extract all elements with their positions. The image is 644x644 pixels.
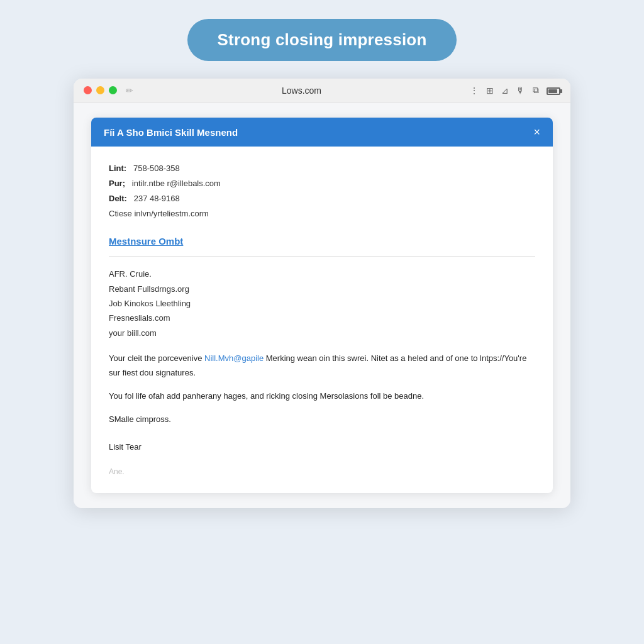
meta-delt-value: 237 48-9168 (134, 194, 180, 203)
meta-pur-label: Pur; (109, 179, 125, 188)
tab-icon[interactable]: ⧉ (533, 85, 539, 96)
email-from-section: Mestnsure Ombt (109, 233, 535, 250)
more-options-icon[interactable]: ⋮ (470, 86, 479, 96)
address-bar[interactable]: Lows.com (140, 86, 464, 96)
sender-line-4: Fresneslials.com (109, 311, 535, 325)
sender-line-1: AFR. Cruie. (109, 267, 535, 281)
sender-line-3: Job Kinokos Lleethling (109, 296, 535, 311)
email-signature: SMalle cimpross. Lisit Tear (109, 413, 535, 454)
email-body-paragraph-1: Your cleit the porcevenive Nill.Mvh@gapi… (109, 352, 535, 380)
meta-delt: Delt: 237 48-9168 (109, 192, 535, 206)
email-header-title: Fíi A Sho Bmici Skill Mesnend (104, 127, 238, 138)
email-content: Lint: 758-508-358 Pur; intilr.ntbe r@ill… (91, 147, 553, 493)
email-modal: Fíi A Sho Bmici Skill Mesnend × Lint: 75… (91, 118, 553, 493)
meta-delt-label: Delt: (109, 194, 127, 203)
browser-chrome: ✏ Lows.com ⋮ ⊞ ⊿ 🎙 ⧉ (74, 79, 570, 103)
email-sender-details: AFR. Cruie. Rebant Fullsdrngs.org Job Ki… (109, 267, 535, 340)
body-para1-before-link: Your cleit the porcevenive (109, 353, 204, 363)
browser-body: Fíi A Sho Bmici Skill Mesnend × Lint: 75… (74, 103, 570, 508)
meta-pur-value: intilr.ntbe r@illebals.com (132, 179, 221, 188)
signature-line-3: Lisit Tear (109, 440, 535, 454)
meta-lint-value: 758-508-358 (133, 164, 180, 173)
email-from-name-link[interactable]: Mestnsure Ombt (109, 236, 183, 247)
filter-icon[interactable]: ⊿ (501, 86, 509, 96)
meta-pur: Pur; intilr.ntbe r@illebals.com (109, 177, 535, 191)
mic-icon[interactable]: 🎙 (516, 86, 525, 96)
traffic-light-green[interactable] (109, 86, 117, 94)
image-icon[interactable]: ⊞ (486, 86, 494, 96)
traffic-light-red[interactable] (84, 86, 92, 94)
email-close-button[interactable]: × (533, 126, 540, 138)
email-divider (109, 256, 535, 257)
meta-ctiese: Ctiese inlvn/yrteliestm.corm (109, 207, 535, 221)
meta-lint-label: Lint: (109, 164, 126, 173)
traffic-lights (84, 86, 117, 94)
browser-actions: ⋮ ⊞ ⊿ 🎙 ⧉ (470, 85, 560, 96)
email-body-link[interactable]: Nill.Mvh@gapile (204, 353, 264, 363)
email-header: Fíi A Sho Bmici Skill Mesnend × (91, 118, 553, 147)
email-reply-hint: Ane. (109, 465, 535, 478)
pencil-icon: ✏ (126, 86, 133, 96)
meta-lint: Lint: 758-508-358 (109, 162, 535, 175)
traffic-light-yellow[interactable] (96, 86, 104, 94)
top-badge: Strong closing impression (187, 19, 457, 61)
signature-line-1: SMalle cimpross. (109, 413, 535, 426)
battery-container (547, 86, 560, 96)
email-body-paragraph-2: You fol life ofah add panherany hages, a… (109, 389, 535, 404)
sender-line-5: your biill.com (109, 326, 535, 340)
browser-window: ✏ Lows.com ⋮ ⊞ ⊿ 🎙 ⧉ Fíi A Sho Bmici Ski… (74, 79, 570, 508)
sender-line-2: Rebant Fullsdrngs.org (109, 282, 535, 296)
battery-icon (547, 87, 560, 95)
email-meta: Lint: 758-508-358 Pur; intilr.ntbe r@ill… (109, 162, 535, 221)
